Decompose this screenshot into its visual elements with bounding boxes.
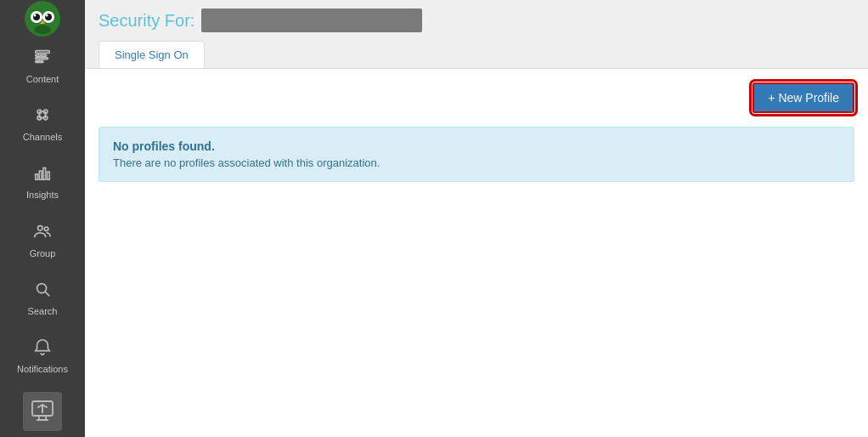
content-area: + New Profile No profiles found. There a… <box>85 68 868 437</box>
sidebar-item-channels[interactable]: Channels <box>0 95 85 153</box>
svg-rect-25 <box>43 168 46 180</box>
security-for-value <box>201 9 422 32</box>
sidebar-item-channels-label: Channels <box>23 132 62 143</box>
svg-rect-23 <box>36 174 38 179</box>
tab-bar: Single Sign On <box>85 34 868 68</box>
bottom-item-icon <box>31 398 54 425</box>
svg-point-29 <box>37 283 47 292</box>
content-icon <box>33 48 52 71</box>
security-for-label: Security For: <box>99 11 194 31</box>
alert-title: No profiles found. <box>113 139 840 153</box>
svg-rect-26 <box>48 172 50 179</box>
group-icon <box>33 222 52 245</box>
svg-rect-13 <box>36 58 48 60</box>
svg-point-27 <box>38 225 43 230</box>
svg-point-28 <box>44 227 48 231</box>
svg-point-10 <box>34 26 51 34</box>
main-content: Security For: Single Sign On + New Profi… <box>85 0 868 437</box>
insights-icon <box>33 163 52 186</box>
svg-point-5 <box>34 14 37 17</box>
sidebar-bottom <box>0 385 85 437</box>
sidebar-item-content-label: Content <box>26 74 59 85</box>
sidebar-bottom-icon[interactable] <box>23 392 62 431</box>
svg-rect-11 <box>36 51 50 54</box>
sidebar-item-notifications[interactable]: Notifications <box>0 327 85 385</box>
svg-rect-24 <box>39 172 42 180</box>
sidebar-logo <box>0 0 85 37</box>
new-profile-button[interactable]: + New Profile <box>752 82 854 113</box>
channels-icon <box>33 105 52 128</box>
alert-message: There are no profiles associated with th… <box>113 156 840 169</box>
sidebar-item-group[interactable]: Group <box>0 212 85 270</box>
sidebar: Content Channels Insights <box>0 0 85 437</box>
button-row: + New Profile <box>99 82 854 113</box>
svg-point-6 <box>46 14 48 17</box>
owl-logo-icon <box>24 0 61 37</box>
sidebar-navigation: Content Channels Insights <box>0 37 85 385</box>
sidebar-item-insights[interactable]: Insights <box>0 153 85 211</box>
svg-rect-14 <box>36 61 43 63</box>
svg-rect-12 <box>36 54 47 56</box>
tab-sso[interactable]: Single Sign On <box>99 41 205 68</box>
notifications-icon <box>33 338 52 360</box>
sidebar-item-insights-label: Insights <box>26 190 59 201</box>
no-profiles-alert: No profiles found. There are no profiles… <box>99 127 854 182</box>
sidebar-item-search-label: Search <box>28 306 58 317</box>
search-icon <box>33 280 52 303</box>
svg-line-30 <box>45 292 49 296</box>
sidebar-item-notifications-label: Notifications <box>17 364 68 375</box>
sidebar-item-group-label: Group <box>30 248 56 259</box>
sidebar-item-content[interactable]: Content <box>0 37 85 95</box>
top-header: Security For: <box>85 0 868 34</box>
sidebar-item-search[interactable]: Search <box>0 270 85 327</box>
